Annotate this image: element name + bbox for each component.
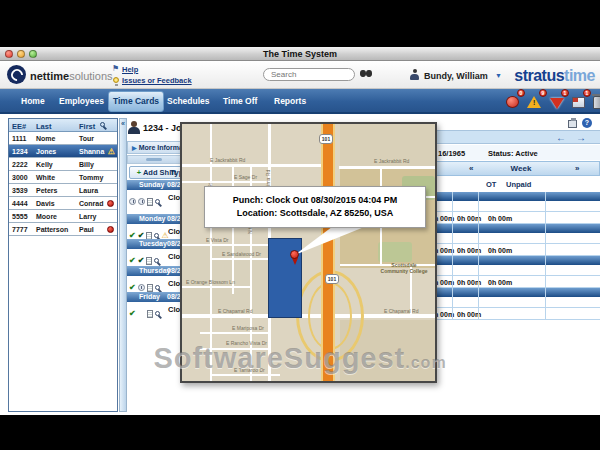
audit-magnifier-icon[interactable] xyxy=(154,258,159,263)
tab-time-cards[interactable]: Time Cards xyxy=(108,91,164,112)
tab-schedules[interactable]: Schedules xyxy=(167,96,210,106)
print-icon[interactable] xyxy=(568,120,577,128)
map-road xyxy=(182,164,322,167)
tab-home[interactable]: Home xyxy=(21,96,45,106)
hire-date-partial: 16/1965 xyxy=(438,149,465,158)
message-alert-icon[interactable]: 1 xyxy=(571,92,588,111)
highway-shield: 101 xyxy=(319,134,333,144)
status-badge: Status: Active xyxy=(488,149,538,158)
grid-row[interactable] xyxy=(430,201,600,212)
approved-check-icon[interactable]: ✔ xyxy=(138,256,145,265)
employee-list-panel: EE# Last First 1111NomeTour 1234JonesSha… xyxy=(8,118,118,412)
employee-row[interactable]: 1111NomeTour xyxy=(9,132,117,145)
employee-search-icon[interactable] xyxy=(100,122,105,127)
collapse-left-icon: « xyxy=(121,120,125,127)
employee-row-selected[interactable]: 1234JonesShanna ⚠ xyxy=(9,145,117,158)
grid-totals-row[interactable]: 0h 00m 0h 00m xyxy=(430,308,600,320)
grid-gridline xyxy=(478,192,479,320)
grid-row[interactable] xyxy=(430,265,600,276)
next-week-button[interactable]: » xyxy=(575,164,579,173)
tab-time-off[interactable]: Time Off xyxy=(223,96,257,106)
help-circle-icon[interactable]: ? xyxy=(582,118,592,128)
pending-clock-icon[interactable] xyxy=(138,198,145,205)
approved-check-icon[interactable]: ✔ xyxy=(129,256,136,265)
map-road xyxy=(232,164,234,294)
column-first[interactable]: First xyxy=(79,122,95,131)
audit-magnifier-icon[interactable] xyxy=(155,199,160,204)
grid-gridline xyxy=(545,192,546,320)
feedback-link[interactable]: Issues or Feedback xyxy=(122,76,192,85)
app-window: The Time System nettimesolutions ⚑ Help … xyxy=(0,0,600,450)
street-label: E Chaparral Rd xyxy=(384,308,418,314)
note-icon[interactable] xyxy=(147,284,153,292)
employee-row[interactable]: 3539PetersLaura xyxy=(9,184,117,197)
street-label: E Vista Dr xyxy=(206,237,228,243)
street-label: E Sandalwood Dr xyxy=(222,251,261,257)
map-road xyxy=(182,244,268,246)
previous-arrow-icon[interactable]: ← xyxy=(556,132,566,143)
map-road xyxy=(339,166,435,169)
binoculars-search-icon[interactable] xyxy=(360,70,373,78)
note-icon[interactable] xyxy=(147,310,153,318)
letterbox-bottom xyxy=(0,415,600,450)
grid-column-headers: OT Unpaid xyxy=(430,177,600,191)
tab-reports[interactable]: Reports xyxy=(274,96,306,106)
pending-clock-icon[interactable] xyxy=(138,284,145,291)
alarm-icon xyxy=(506,96,519,108)
map-road xyxy=(210,258,268,260)
user-name[interactable]: Bundy, William xyxy=(424,71,488,81)
next-arrow-icon[interactable]: → xyxy=(576,132,586,143)
pending-clock-icon[interactable] xyxy=(129,198,136,205)
user-menu-caret-icon[interactable]: ▼ xyxy=(495,72,502,79)
column-last[interactable]: Last xyxy=(36,122,51,131)
grid-row[interactable] xyxy=(430,297,600,308)
watermark: SoftwareSuggest.com xyxy=(130,342,470,375)
column-unpaid[interactable]: Unpaid xyxy=(506,180,531,189)
approved-check-icon[interactable]: ✔ xyxy=(129,283,136,292)
employee-row[interactable]: 4444DavisConrad xyxy=(9,197,117,210)
note-icon[interactable] xyxy=(147,198,153,206)
main-nav: Home Employees Time Cards Schedules Time… xyxy=(0,89,600,114)
column-ot[interactable]: OT xyxy=(486,180,496,189)
employee-row[interactable]: 3000WhiteTommy xyxy=(9,171,117,184)
collapse-panel-strip[interactable]: « xyxy=(119,118,127,412)
grid-totals-row[interactable]: 0h 00m 0h 00m 0h 00m xyxy=(430,244,600,256)
highway-shield: 101 xyxy=(325,274,339,284)
row-warning-icon: ⚠ xyxy=(108,147,115,156)
pay-period-nav-bar: ← → xyxy=(430,130,600,144)
audit-magnifier-icon[interactable] xyxy=(154,233,159,238)
note-icon[interactable] xyxy=(146,257,152,265)
stratustime-logo: stratustime xyxy=(514,67,595,85)
missed-punch-alert-icon[interactable]: 1 xyxy=(549,92,566,111)
search-input[interactable] xyxy=(263,68,355,81)
audit-magnifier-icon[interactable] xyxy=(155,311,160,316)
employee-row[interactable]: 7777PattersonPaul xyxy=(9,223,117,236)
audit-magnifier-icon[interactable] xyxy=(155,285,160,290)
window-titlebar: The Time System xyxy=(0,47,600,61)
grid-totals-row[interactable]: 0h 00m 0h 00m 0h 00m xyxy=(430,212,600,224)
grid-totals-row[interactable]: 0h 00m 0h 00m 0h 00m xyxy=(430,276,600,288)
map-pin-icon xyxy=(292,258,298,265)
help-link[interactable]: Help xyxy=(122,65,138,74)
punch-callout: Punch: Clock Out 08/30/2015 04:04 PM Loc… xyxy=(204,186,426,228)
map-road xyxy=(200,332,268,334)
column-ee[interactable]: EE# xyxy=(12,122,26,131)
street-label: E Jackrabbit Rd xyxy=(210,157,245,163)
map-pin-icon[interactable] xyxy=(290,250,299,259)
tab-employees[interactable]: Employees xyxy=(59,96,104,106)
nettime-logo-icon xyxy=(7,65,26,84)
warning-alert-icon[interactable]: ! 9 xyxy=(527,92,544,111)
help-flag-icon: ⚑ xyxy=(112,64,119,73)
approved-check-icon[interactable]: ✔ xyxy=(129,309,136,318)
trash-alert-icon[interactable]: 1 xyxy=(592,92,600,111)
street-label: E Orange Blossom Ln xyxy=(186,279,235,285)
employee-row[interactable]: 5555MooreLarry xyxy=(9,210,117,223)
map-road xyxy=(182,286,250,288)
previous-week-button[interactable]: « xyxy=(469,164,473,173)
grid-row[interactable] xyxy=(430,233,600,244)
splitter-handle[interactable] xyxy=(146,158,162,161)
week-label[interactable]: Week xyxy=(501,164,541,173)
employee-row[interactable]: 2222KellyBilly xyxy=(9,158,117,171)
alarm-alert-icon[interactable]: 0 xyxy=(505,92,522,111)
lightbulb-icon xyxy=(113,77,119,83)
